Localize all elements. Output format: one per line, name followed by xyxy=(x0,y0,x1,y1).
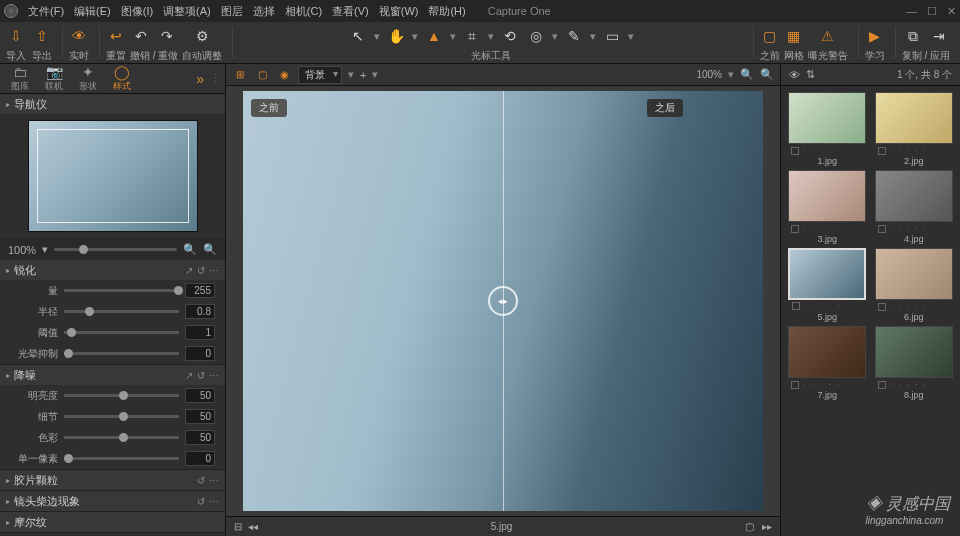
navigator-preview[interactable] xyxy=(28,120,198,232)
sharpen-threshold-value[interactable]: 1 xyxy=(185,325,215,340)
thumbnail-name: 7.jpg xyxy=(817,390,837,400)
live-icon[interactable]: 👁 xyxy=(69,26,89,46)
pointer-tool-icon[interactable]: ↖ xyxy=(348,26,368,46)
zoom-in-icon[interactable]: 🔍 xyxy=(760,68,774,81)
grid-icon[interactable]: ▦ xyxy=(784,26,804,46)
sharpen-amount-slider[interactable] xyxy=(64,289,179,292)
image-viewer[interactable]: 之前 之后 ◂▸ xyxy=(226,86,780,516)
sharpen-auto-icon[interactable]: ↗ xyxy=(185,265,193,276)
menu-image[interactable]: 图像(I) xyxy=(121,4,153,19)
zoom-in-icon[interactable]: 🔍 xyxy=(203,243,217,256)
redo-icon[interactable]: ↷ xyxy=(157,26,177,46)
tab-shape[interactable]: ✦形状 xyxy=(72,64,104,93)
view-proof-icon[interactable]: ◉ xyxy=(276,68,292,82)
thumbnail[interactable]: · · · · · xyxy=(788,326,866,378)
apply-icon[interactable]: ⇥ xyxy=(929,26,949,46)
thumbnail[interactable]: · · · · · xyxy=(788,170,866,222)
noise-luminance-slider[interactable] xyxy=(64,394,179,397)
app-logo-icon xyxy=(4,4,18,18)
menu-bar: 文件(F) 编辑(E) 图像(I) 调整项(A) 图层 选择 相机(C) 查看(… xyxy=(0,0,960,22)
menu-help[interactable]: 帮助(H) xyxy=(428,4,465,19)
zoom-out-icon[interactable]: 🔍 xyxy=(740,68,754,81)
nav-left-icon[interactable]: ◂◂ xyxy=(248,521,258,532)
view-single-icon[interactable]: ▢ xyxy=(254,68,270,82)
tab-style[interactable]: ◯样式 xyxy=(106,64,138,93)
filter-icon[interactable]: ⇅ xyxy=(806,68,815,81)
sharpen-halo-slider[interactable] xyxy=(64,352,179,355)
mask-tool-icon[interactable]: ▲ xyxy=(424,26,444,46)
section-lens[interactable]: 镜头柴边现象 xyxy=(14,494,193,509)
close-icon[interactable]: ✕ xyxy=(947,5,956,18)
rotate-tool-icon[interactable]: ⟲ xyxy=(500,26,520,46)
prev-state-icon[interactable]: ⊟ xyxy=(234,521,242,532)
section-navigator[interactable]: 导航仪 xyxy=(14,97,219,112)
tab-library[interactable]: 🗀图库 xyxy=(4,64,36,93)
menu-edit[interactable]: 编辑(E) xyxy=(74,4,111,19)
before-icon[interactable]: ▢ xyxy=(760,26,780,46)
exposure-warn-icon[interactable]: ⚠ xyxy=(818,26,838,46)
sharpen-amount-value[interactable]: 255 xyxy=(185,283,215,298)
menu-layer[interactable]: 图层 xyxy=(221,4,243,19)
maximize-icon[interactable]: ☐ xyxy=(927,5,937,18)
learn-icon[interactable]: ▶ xyxy=(865,26,885,46)
nav-right-icon[interactable]: ▸▸ xyxy=(762,521,772,532)
crop-tool-icon[interactable]: ⌗ xyxy=(462,26,482,46)
thumbnail[interactable]: · · · · · xyxy=(875,248,953,300)
thumbnail-name: 1.jpg xyxy=(817,156,837,166)
picker-tool-icon[interactable]: ✎ xyxy=(564,26,584,46)
viewer-zoom[interactable]: 100% xyxy=(696,69,722,80)
layer-select[interactable]: 背景 xyxy=(298,66,342,84)
menu-view[interactable]: 查看(V) xyxy=(332,4,369,19)
tabs-menu-icon[interactable]: ⋮ xyxy=(210,72,221,85)
sharpen-radius-slider[interactable] xyxy=(64,310,179,313)
hand-tool-icon[interactable]: ✋ xyxy=(386,26,406,46)
sharpen-threshold-slider[interactable] xyxy=(64,331,179,334)
add-layer-icon[interactable]: + xyxy=(360,69,366,81)
section-noise[interactable]: 降噪 xyxy=(14,368,181,383)
menu-adjust[interactable]: 调整项(A) xyxy=(163,4,211,19)
reset-icon[interactable]: ↩ xyxy=(106,26,126,46)
menu-file[interactable]: 文件(F) xyxy=(28,4,64,19)
section-film[interactable]: 胶片颗粒 xyxy=(14,473,193,488)
thumbnail-name: 2.jpg xyxy=(904,156,924,166)
noise-pixel-slider[interactable] xyxy=(64,457,179,460)
after-label: 之后 xyxy=(647,99,683,117)
maximize-view-icon[interactable]: ▢ xyxy=(745,521,754,532)
menu-select[interactable]: 选择 xyxy=(253,4,275,19)
expand-tabs-icon[interactable]: » xyxy=(196,71,204,87)
copy-icon[interactable]: ⧉ xyxy=(903,26,923,46)
sharpen-halo-value[interactable]: 0 xyxy=(185,346,215,361)
thumbnail-name: 5.jpg xyxy=(817,312,837,322)
spot-tool-icon[interactable]: ◎ xyxy=(526,26,546,46)
menu-window[interactable]: 视窗(W) xyxy=(379,4,419,19)
menu-camera[interactable]: 相机(C) xyxy=(285,4,322,19)
tab-capture[interactable]: 📷联机 xyxy=(38,64,70,93)
minimize-icon[interactable]: — xyxy=(906,5,917,18)
before-label: 之前 xyxy=(251,99,287,117)
undo-icon[interactable]: ↶ xyxy=(131,26,151,46)
browser-panel: 👁 ⇅ 1 个, 共 8 个 · · · · ·1.jpg· · · · ·2.… xyxy=(780,64,960,536)
thumbnail[interactable]: · · · · · xyxy=(788,92,866,144)
annotate-tool-icon[interactable]: ▭ xyxy=(602,26,622,46)
zoom-out-icon[interactable]: 🔍 xyxy=(183,243,197,256)
autoadj-icon[interactable]: ⚙ xyxy=(192,26,212,46)
section-moire[interactable]: 摩尔纹 xyxy=(14,515,219,530)
view-multi-icon[interactable]: ⊞ xyxy=(232,68,248,82)
sharpen-reset-icon[interactable]: ↺ xyxy=(197,265,205,276)
section-sharpen[interactable]: 锐化 xyxy=(14,263,181,278)
thumbnail[interactable]: · · · · · xyxy=(788,248,866,300)
viewer-panel: ⊞ ▢ ◉ 背景 ▾ +▾ 100%▾ 🔍 🔍 之前 之后 ◂▸ ⊟ ◂◂ 5.… xyxy=(226,64,780,536)
compare-slider-handle[interactable]: ◂▸ xyxy=(488,286,518,316)
visibility-icon[interactable]: 👁 xyxy=(789,69,800,81)
noise-details-slider[interactable] xyxy=(64,415,179,418)
thumbnail[interactable]: · · · · · xyxy=(875,326,953,378)
thumbnail[interactable]: · · · · · xyxy=(875,170,953,222)
thumbnail-name: 3.jpg xyxy=(817,234,837,244)
zoom-value: 100% xyxy=(8,244,36,256)
import-icon[interactable]: ⇩ xyxy=(6,26,26,46)
export-icon[interactable]: ⇧ xyxy=(32,26,52,46)
noise-color-slider[interactable] xyxy=(64,436,179,439)
sharpen-radius-value[interactable]: 0.8 xyxy=(185,304,215,319)
zoom-slider[interactable] xyxy=(54,248,177,251)
thumbnail[interactable]: · · · · · xyxy=(875,92,953,144)
